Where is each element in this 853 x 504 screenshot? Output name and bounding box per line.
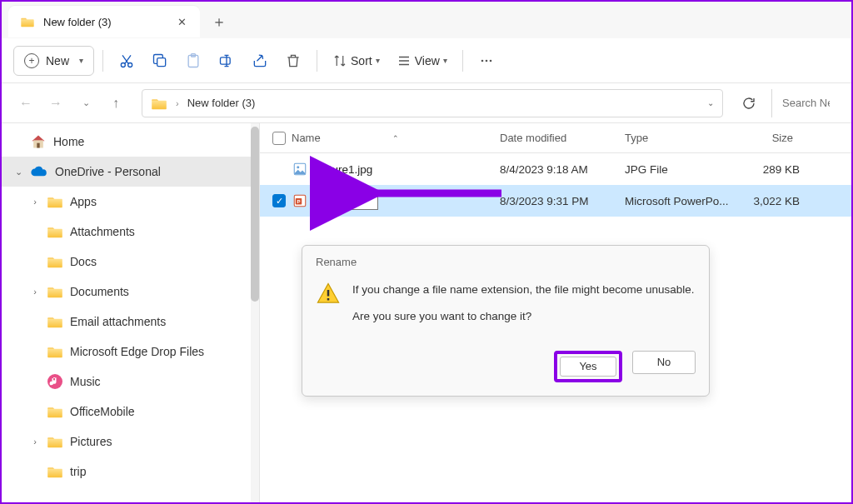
- file-type: JPG File: [625, 163, 741, 176]
- close-tab-button[interactable]: ✕: [175, 15, 188, 28]
- tab-current[interactable]: New folder (3) ✕: [8, 6, 200, 37]
- svg-rect-18: [327, 290, 330, 297]
- svg-rect-5: [157, 57, 166, 66]
- warning-icon: [316, 282, 341, 307]
- svg-point-3: [121, 62, 125, 67]
- view-label: View: [415, 54, 440, 67]
- yes-button-highlight: Yes: [554, 351, 622, 382]
- new-button[interactable]: + New ▾: [13, 46, 94, 76]
- chevron-right-icon[interactable]: ›: [30, 287, 40, 297]
- music-icon: [47, 373, 63, 390]
- chevron-right-icon[interactable]: ›: [30, 197, 40, 207]
- folder-icon: [20, 16, 35, 27]
- breadcrumb-item[interactable]: New folder (3): [187, 97, 256, 109]
- sidebar-item-docs[interactable]: Docs: [2, 247, 252, 277]
- chevron-right-icon[interactable]: ›: [30, 437, 40, 447]
- powerpoint-file-icon: P: [292, 193, 308, 208]
- file-size: 3,022 KB: [741, 195, 800, 207]
- svg-rect-8: [221, 57, 231, 63]
- sidebar-item-attachments[interactable]: Attachments: [2, 217, 252, 247]
- new-tab-button[interactable]: ＋: [205, 7, 233, 36]
- scrollbar-thumb[interactable]: [251, 127, 259, 302]
- recent-locations-button[interactable]: ⌄: [73, 91, 98, 116]
- chevron-down-icon: ▾: [376, 56, 380, 65]
- dialog-line2: Are you sure you want to change it?: [352, 308, 695, 325]
- rename-input[interactable]: [313, 192, 378, 210]
- svg-point-9: [481, 59, 483, 62]
- sidebar-item-apps[interactable]: ›Apps: [2, 187, 252, 217]
- sort-indicator-icon: ⌃: [392, 134, 399, 142]
- divider: [317, 50, 317, 72]
- address-bar[interactable]: › New folder (3) ⌄: [142, 89, 723, 117]
- yes-button[interactable]: Yes: [560, 357, 616, 377]
- column-header-date[interactable]: Date modified: [500, 132, 625, 144]
- file-row[interactable]: Picture1.jpg 8/4/2023 9:18 AM JPG File 2…: [260, 153, 851, 185]
- nav-row: ← → ⌄ ↑ › New folder (3) ⌄: [2, 83, 851, 123]
- chevron-down-icon: ▾: [79, 56, 83, 65]
- sidebar-scrollbar[interactable]: [251, 123, 259, 502]
- sidebar-item-trip[interactable]: trip: [2, 457, 252, 487]
- svg-point-13: [297, 166, 299, 168]
- folder-icon: [47, 465, 63, 478]
- dialog-text: If you change a file name extension, the…: [352, 282, 695, 336]
- sidebar-item-pictures[interactable]: ›Pictures: [2, 427, 252, 457]
- sidebar-item-label: Documents: [70, 285, 129, 298]
- delete-button[interactable]: [278, 46, 308, 76]
- sidebar-item-officemobile[interactable]: OfficeMobile: [2, 397, 252, 427]
- sidebar-item-music[interactable]: Music: [2, 367, 252, 397]
- column-header-size[interactable]: Size: [741, 132, 800, 144]
- svg-point-4: [128, 62, 132, 67]
- svg-rect-19: [327, 298, 330, 301]
- sidebar-item-label: Attachments: [70, 225, 135, 238]
- sidebar-item-label: Microsoft Edge Drop Files: [70, 345, 204, 358]
- row-checkbox[interactable]: ✓: [272, 194, 286, 207]
- forward-button[interactable]: →: [43, 91, 68, 116]
- sidebar-item-label: OneDrive - Personal: [55, 165, 161, 178]
- svg-point-10: [485, 59, 487, 62]
- copy-button[interactable]: [145, 46, 175, 76]
- column-header-type[interactable]: Type: [625, 132, 741, 144]
- no-button[interactable]: No: [632, 351, 696, 374]
- chevron-down-icon[interactable]: ⌄: [13, 167, 23, 177]
- chevron-down-icon[interactable]: ⌄: [707, 98, 714, 107]
- sidebar-item-label: OfficeMobile: [70, 405, 135, 418]
- search-input[interactable]: [781, 96, 831, 110]
- new-label: New: [46, 54, 69, 67]
- back-button[interactable]: ←: [13, 91, 38, 116]
- folder-icon: [47, 435, 63, 448]
- file-row[interactable]: ✓ P 8/3/2023 9:31 PM Microsoft PowerPo..…: [260, 185, 851, 217]
- sidebar-item-documents[interactable]: ›Documents: [2, 277, 252, 307]
- sidebar-item-label: Pictures: [70, 435, 112, 448]
- sidebar-item-edge-drop[interactable]: Microsoft Edge Drop Files: [2, 337, 252, 367]
- sidebar-home[interactable]: Home: [2, 127, 252, 157]
- more-button[interactable]: [471, 46, 501, 76]
- rename-button[interactable]: [212, 46, 242, 76]
- share-button[interactable]: [245, 46, 275, 76]
- cut-button[interactable]: [112, 46, 142, 76]
- cloud-icon: [30, 166, 48, 177]
- folder-icon: [47, 315, 63, 328]
- image-file-icon: [292, 162, 308, 177]
- view-button[interactable]: View ▾: [390, 46, 454, 76]
- plus-icon: +: [24, 53, 39, 68]
- sidebar-item-email-attachments[interactable]: Email attachments: [2, 307, 252, 337]
- tab-title: New folder (3): [43, 16, 167, 28]
- select-all-checkbox[interactable]: [272, 132, 286, 145]
- sidebar-item-label: Home: [53, 135, 84, 148]
- up-button[interactable]: ↑: [103, 91, 128, 116]
- file-name-editing: [308, 192, 500, 210]
- svg-text:P: P: [297, 199, 300, 204]
- sidebar-onedrive[interactable]: ⌄ OneDrive - Personal: [2, 157, 252, 187]
- paste-button[interactable]: [178, 46, 208, 76]
- file-type: Microsoft PowerPo...: [625, 195, 741, 207]
- column-header-name[interactable]: Name⌃: [292, 132, 500, 144]
- search-box[interactable]: [771, 89, 840, 117]
- chevron-down-icon: ▾: [443, 56, 447, 65]
- sidebar-item-label: Docs: [70, 255, 97, 268]
- sidebar: Home ⌄ OneDrive - Personal ›Apps Attachm…: [2, 123, 260, 502]
- folder-icon: [47, 255, 63, 268]
- file-date: 8/3/2023 9:31 PM: [500, 195, 625, 207]
- sort-button[interactable]: Sort ▾: [326, 46, 387, 76]
- refresh-button[interactable]: [736, 91, 761, 116]
- folder-icon: [47, 285, 63, 298]
